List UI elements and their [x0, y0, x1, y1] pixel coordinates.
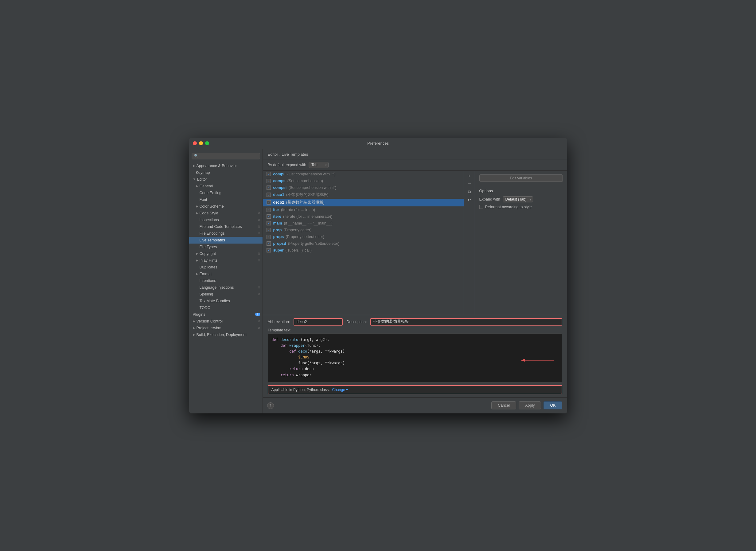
- change-link[interactable]: Change ▾: [332, 388, 348, 392]
- sidebar-item-label: Editor: [197, 177, 207, 181]
- template-checkbox[interactable]: [266, 235, 271, 239]
- sidebar-item-keymap[interactable]: Keymap: [189, 169, 262, 176]
- sidebar-item-todo[interactable]: TODO: [189, 305, 262, 311]
- sidebar-item-label: File Encodings: [200, 231, 225, 235]
- template-desc: ('super(...)' call): [285, 248, 312, 252]
- template-checkbox[interactable]: [266, 185, 271, 190]
- sidebar-item-general[interactable]: ▶ General: [189, 183, 262, 189]
- list-item[interactable]: compsi (Set comprehension with 'if'): [263, 184, 464, 191]
- bottom-form: Abbreviation: Description: Template text…: [263, 315, 567, 398]
- template-name: props: [273, 235, 284, 239]
- template-checkbox[interactable]: [266, 179, 271, 183]
- code-line: return wrapper: [272, 372, 558, 378]
- code-line: func(*args, **kwargs): [272, 360, 558, 366]
- sidebar-item-appearance[interactable]: ▶ Appearance & Behavior: [189, 162, 262, 169]
- cancel-button[interactable]: Cancel: [491, 402, 516, 409]
- sidebar-item-inspections[interactable]: Inspections ⧉: [189, 216, 262, 223]
- edit-variables-button[interactable]: Edit variables: [479, 174, 563, 182]
- template-checkbox[interactable]: [266, 207, 271, 212]
- list-item[interactable]: iter (Iterate (for ... in ...)): [263, 206, 464, 213]
- sidebar-item-intentions[interactable]: Intentions: [189, 278, 262, 284]
- chevron-right-icon: ▶: [193, 320, 195, 323]
- sidebar-item-code-style[interactable]: ▶ Code Style ⧉: [189, 210, 262, 216]
- sidebar-item-file-code-templates[interactable]: File and Code Templates ⧉: [189, 223, 262, 230]
- list-item[interactable]: prop (Property getter): [263, 227, 464, 233]
- sidebar-item-font[interactable]: Font: [189, 196, 262, 203]
- description-input[interactable]: [370, 318, 562, 326]
- list-item[interactable]: itere (Iterate (for ... in enumerate)): [263, 213, 464, 220]
- red-arrow-annotation: [519, 356, 556, 365]
- list-item[interactable]: props (Property getter/setter): [263, 233, 464, 240]
- list-item[interactable]: compli (List comprehension with 'if'): [263, 171, 464, 177]
- sidebar-item-plugins[interactable]: Plugins 1: [189, 311, 262, 318]
- template-name: compsi: [273, 185, 287, 190]
- template-checkbox[interactable]: [266, 192, 271, 197]
- template-checkbox[interactable]: [266, 172, 271, 176]
- content-header: Editor › Live Templates: [263, 149, 567, 159]
- template-checkbox[interactable]: [266, 200, 271, 204]
- apply-button[interactable]: Apply: [519, 402, 541, 409]
- code-editor[interactable]: def decorator(arg1, arg2): def wrapper(f…: [268, 334, 562, 383]
- sidebar-item-label: Project: iswbm: [196, 326, 221, 330]
- template-checkbox[interactable]: [266, 228, 271, 232]
- minimize-button[interactable]: [199, 141, 203, 145]
- list-item[interactable]: super ('super(...)' call): [263, 247, 464, 254]
- sidebar-item-copyright[interactable]: ▶ Copyright ⧉: [189, 250, 262, 257]
- list-item[interactable]: propsd (Property getter/setter/deleter): [263, 240, 464, 247]
- sidebar-item-textmate-bundles[interactable]: TextMate Bundles: [189, 298, 262, 305]
- title-bar: Preferences: [189, 138, 567, 149]
- restore-template-button[interactable]: ↩: [466, 196, 473, 203]
- remove-template-button[interactable]: −: [466, 180, 473, 187]
- help-button[interactable]: ?: [267, 402, 274, 409]
- sidebar-item-label: Font: [200, 197, 207, 202]
- search-box[interactable]: 🔍: [192, 153, 260, 159]
- sidebar-item-label: Duplicates: [200, 265, 217, 269]
- template-desc: (不带参数的装饰器模板): [286, 192, 328, 197]
- expand-default-select[interactable]: Tab Enter Space: [308, 162, 328, 168]
- list-item[interactable]: comps (Set comprehension): [263, 177, 464, 184]
- sidebar-item-duplicates[interactable]: Duplicates: [189, 264, 262, 270]
- sidebar-item-emmet[interactable]: ▶ Emmet: [189, 270, 262, 278]
- breadcrumb-sep: ›: [279, 152, 281, 157]
- sidebar-item-live-templates[interactable]: Live Templates: [189, 237, 262, 243]
- list-item-selected[interactable]: deco2 (带参数的装饰器模板): [263, 199, 464, 206]
- sidebar-item-label: File Types: [200, 245, 217, 249]
- template-name: propsd: [273, 241, 286, 246]
- sidebar-item-color-scheme[interactable]: ▶ Color Scheme: [189, 203, 262, 210]
- chevron-right-icon: ▶: [196, 184, 198, 188]
- sidebar-item-label: Color Scheme: [200, 204, 224, 208]
- search-input[interactable]: [200, 154, 258, 158]
- reformat-checkbox[interactable]: [479, 205, 483, 209]
- chevron-down-icon: ▾: [346, 388, 348, 392]
- sidebar-item-language-injections[interactable]: Language Injections ⧉: [189, 284, 262, 291]
- window-controls: [193, 141, 209, 145]
- sidebar-item-code-editing[interactable]: Code Editing: [189, 189, 262, 196]
- sidebar-item-spelling[interactable]: Spelling ⧉: [189, 291, 262, 298]
- copy-icon: ⧉: [258, 225, 260, 228]
- template-desc: (Set comprehension with 'if'): [288, 185, 336, 190]
- close-button[interactable]: [193, 141, 197, 145]
- template-checkbox[interactable]: [266, 214, 271, 219]
- template-checkbox[interactable]: [266, 241, 271, 246]
- ok-button[interactable]: OK: [544, 402, 562, 409]
- sidebar-item-version-control[interactable]: ▶ Version Control ⧉: [189, 318, 262, 325]
- template-checkbox[interactable]: [266, 221, 271, 225]
- abbreviation-input[interactable]: [293, 318, 343, 326]
- list-item[interactable]: deco1 (不带参数的装饰器模板): [263, 191, 464, 199]
- sidebar-item-project[interactable]: ▶ Project: iswbm ⧉: [189, 325, 262, 332]
- list-item[interactable]: main (if __name__ == '__main__'): [263, 220, 464, 227]
- maximize-button[interactable]: [205, 141, 209, 145]
- template-list-panel: compli (List comprehension with 'if') co…: [263, 171, 464, 315]
- sidebar-item-file-types[interactable]: File Types: [189, 243, 262, 250]
- sidebar-item-file-encodings[interactable]: File Encodings ⧉: [189, 230, 262, 237]
- sidebar: 🔍 ▶ Appearance & Behavior Keymap ▼ Edito…: [189, 149, 263, 413]
- template-checkbox[interactable]: [266, 248, 271, 252]
- expand-with-select[interactable]: Default (Tab) Tab Enter Space: [503, 196, 533, 202]
- plugins-badge: 1: [255, 313, 260, 316]
- add-template-button[interactable]: +: [466, 173, 473, 179]
- sidebar-item-editor[interactable]: ▼ Editor: [189, 176, 262, 183]
- sidebar-item-inlay-hints[interactable]: ▶ Inlay Hints ⧉: [189, 257, 262, 264]
- template-name: iter: [273, 207, 279, 212]
- copy-template-button[interactable]: ⧉: [466, 188, 473, 195]
- sidebar-item-build[interactable]: ▶ Build, Execution, Deployment: [189, 332, 262, 338]
